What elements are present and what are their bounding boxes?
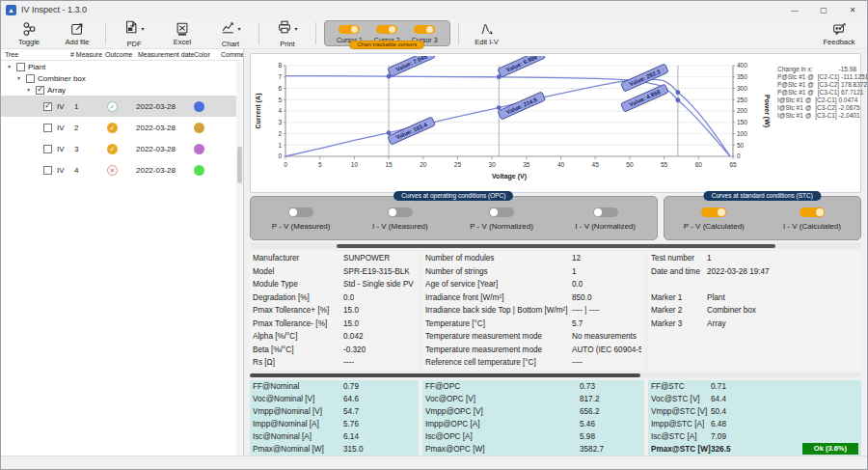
- opc-toggle-3[interactable]: I - V (Normalized): [575, 207, 636, 231]
- svg-text:3: 3: [278, 119, 282, 125]
- chart-button[interactable]: ▾ Chart: [208, 19, 253, 47]
- svg-text:0: 0: [278, 152, 282, 159]
- svg-text:45: 45: [592, 161, 600, 168]
- outcome-fail-icon: ✕: [107, 165, 118, 176]
- chevron-down-icon[interactable]: ▼: [7, 64, 14, 69]
- stc-toggle-1[interactable]: I - V (Calculated): [783, 207, 841, 231]
- scrollbar-thumb[interactable]: [337, 244, 775, 248]
- tree-node-label: Array: [47, 86, 66, 95]
- cursor-point-power[interactable]: [497, 105, 502, 110]
- measure-checkbox[interactable]: [43, 124, 52, 132]
- iv-pv-plot[interactable]: 0123456780510152025303540455055606505010…: [253, 56, 773, 192]
- tree-node-combiner-box[interactable]: ▼Combiner box: [1, 72, 243, 84]
- opc-toggle-1[interactable]: I - V (Measured): [372, 207, 428, 231]
- svg-text:Voltage (V): Voltage (V): [492, 173, 527, 180]
- horizontal-scrollbar[interactable]: [250, 373, 861, 377]
- toggle-switch[interactable]: [593, 207, 618, 217]
- row-label: Date and time: [651, 267, 707, 276]
- svg-text:25: 25: [454, 161, 462, 168]
- table-row: FF@OPC0.73: [422, 380, 644, 393]
- tree-node-plant[interactable]: ▼Plant: [1, 61, 243, 72]
- color-dot[interactable]: [194, 101, 204, 112]
- tree-checkbox[interactable]: ✓: [36, 86, 44, 95]
- toggle-button[interactable]: Toggle: [7, 19, 51, 47]
- close-icon[interactable]: ✕: [838, 1, 867, 18]
- cursor-point-power[interactable]: [675, 90, 680, 95]
- annotation-value: [C2-C1] 0.0474: [815, 97, 857, 104]
- opc-curves-group: Curves at operating conditions (OPC) P -…: [250, 196, 658, 240]
- color-dot[interactable]: [194, 144, 204, 154]
- tree-column-header: Tree: [5, 51, 70, 58]
- table-row: Impp@OPC [A]5.46: [422, 418, 644, 430]
- table-row: Isc@STC [A]7.09: [648, 430, 861, 443]
- pdf-button[interactable]: ▾ PDF: [112, 19, 156, 47]
- cursor-point-current[interactable]: [675, 97, 680, 102]
- opc-toggle-2[interactable]: P - V (Normalized): [470, 207, 533, 231]
- print-button[interactable]: ▾ Print: [265, 19, 310, 47]
- toggle-switch[interactable]: [701, 207, 726, 217]
- measure-row[interactable]: IV4✕2022-03-28: [1, 159, 243, 180]
- toggle-switch[interactable]: [288, 207, 313, 217]
- toggle-switch[interactable]: [414, 25, 435, 34]
- edit-iv-icon: [479, 21, 495, 37]
- toggle-switch[interactable]: [376, 25, 397, 34]
- svg-text:4: 4: [278, 107, 282, 114]
- add-file-button[interactable]: Add file: [55, 19, 99, 47]
- maximize-icon[interactable]: ▢: [809, 1, 838, 18]
- measure-label: IV: [57, 166, 74, 175]
- color-dot[interactable]: [194, 165, 204, 176]
- measure-checkbox[interactable]: [43, 145, 52, 153]
- curve-toggle-label: P - V (Normalized): [470, 222, 533, 231]
- stc-toggle-0[interactable]: P - V (Calculated): [684, 207, 745, 231]
- svg-text:1: 1: [278, 142, 282, 149]
- chevron-down-icon[interactable]: ▾: [237, 25, 240, 32]
- chevron-down-icon[interactable]: ▼: [26, 87, 33, 93]
- feedback-button[interactable]: Feedback: [817, 19, 861, 47]
- row-label: Module Type: [253, 280, 343, 289]
- chevron-down-icon[interactable]: ▾: [141, 25, 144, 32]
- row-label: Rs [Ω]: [253, 358, 343, 367]
- row-value: 6.48: [711, 420, 726, 429]
- opc-toggle-0[interactable]: P - V (Measured): [272, 207, 331, 231]
- opc-group-title: Curves at operating conditions (OPC): [393, 191, 513, 201]
- table-row: [648, 278, 861, 291]
- tree-checkbox[interactable]: [26, 74, 35, 83]
- measurement-date: 2022-03-28: [136, 102, 194, 111]
- minimize-icon[interactable]: —: [780, 1, 809, 18]
- toggle-switch[interactable]: [800, 207, 825, 217]
- measure-row[interactable]: IV3✓2022-03-28: [1, 138, 243, 159]
- svg-text:55: 55: [661, 161, 668, 168]
- measure-row[interactable]: ✓IV1✓2022-03-28: [1, 96, 243, 117]
- toggle-switch[interactable]: [489, 207, 514, 217]
- row-value: 0.71: [711, 382, 726, 391]
- edit-iv-button[interactable]: Edit I-V: [465, 19, 509, 47]
- measure-checkbox[interactable]: ✓: [43, 102, 52, 111]
- row-value: 0.042: [343, 332, 364, 341]
- measure-checkbox[interactable]: [43, 166, 52, 175]
- color-dot[interactable]: [194, 123, 204, 133]
- scrollbar-thumb[interactable]: [237, 147, 242, 183]
- tree-node-array[interactable]: ▼✓Array: [1, 84, 243, 96]
- table-row: [648, 344, 861, 357]
- toggle-knob: [490, 208, 498, 216]
- cursor-point-power[interactable]: [387, 130, 392, 135]
- measure-row[interactable]: IV2✓2022-03-28: [1, 117, 243, 138]
- row-value: 1: [707, 254, 712, 263]
- tree-checkbox[interactable]: [16, 63, 25, 71]
- svg-text:0: 0: [737, 152, 741, 159]
- svg-text:65: 65: [729, 161, 737, 168]
- row-label: Marker 3: [651, 319, 707, 328]
- row-label: Number of strings: [425, 267, 572, 276]
- toggle-switch[interactable]: [339, 25, 360, 34]
- excel-button[interactable]: Excel: [160, 19, 204, 47]
- tree-vertical-scrollbar[interactable]: [236, 62, 243, 456]
- chevron-down-icon[interactable]: ▾: [294, 25, 297, 32]
- scrollbar-thumb[interactable]: [250, 373, 640, 377]
- chevron-down-icon[interactable]: ▼: [16, 75, 23, 81]
- curve-toggle-label: P - V (Measured): [272, 222, 331, 231]
- horizontal-scrollbar[interactable]: [250, 243, 861, 249]
- row-value: 5.98: [580, 432, 595, 441]
- table-row: Marker 3Array: [648, 318, 861, 331]
- printer-icon: [277, 19, 292, 39]
- toggle-switch[interactable]: [388, 207, 413, 217]
